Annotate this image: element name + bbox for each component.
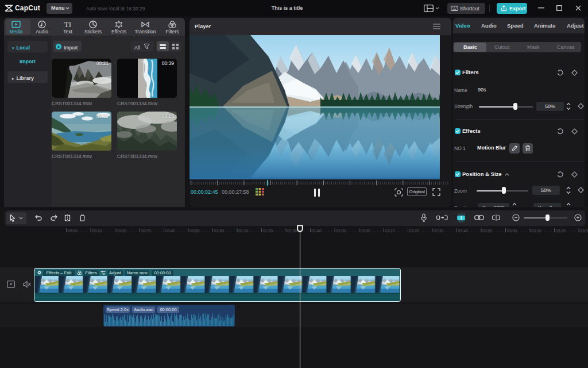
svg-text:03:30: 03:30 (580, 229, 588, 233)
svg-text:TI: TI (64, 20, 71, 29)
